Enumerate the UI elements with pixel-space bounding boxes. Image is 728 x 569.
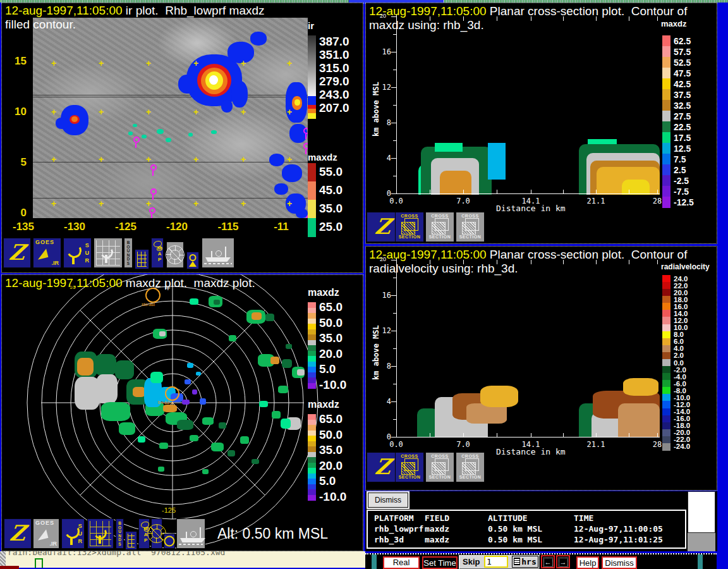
goes-button[interactable]: GOES.IR bbox=[33, 518, 59, 549]
grid-plus-icon: + bbox=[193, 199, 198, 209]
cross-section-label: SECTION bbox=[396, 235, 423, 240]
color-segment bbox=[662, 429, 670, 437]
echo-blob bbox=[219, 422, 226, 429]
z-button[interactable]: Z bbox=[3, 238, 31, 268]
grid-plus-icon: + bbox=[99, 107, 104, 117]
dish-stem bbox=[70, 537, 73, 545]
step-forward-button[interactable]: → bbox=[556, 555, 570, 568]
buoy-button[interactable] bbox=[186, 252, 199, 269]
storm-blob bbox=[142, 135, 147, 138]
color-segment bbox=[662, 282, 670, 290]
color-segment bbox=[662, 324, 670, 332]
dismiss-info-button[interactable]: Dismiss bbox=[368, 493, 408, 508]
color-segment bbox=[662, 387, 670, 395]
table-cell: 0.50 km MSL bbox=[488, 524, 542, 534]
dish-stem bbox=[99, 535, 101, 544]
colorbar-tick: 47.5 bbox=[674, 68, 691, 78]
step-back-button[interactable]: ← bbox=[541, 555, 555, 568]
colorbar-maxdz: maxdz65.050.035.020.05.0-10.0 bbox=[306, 286, 362, 396]
grid-button[interactable] bbox=[125, 531, 137, 550]
goes-button[interactable]: GOES.IR bbox=[33, 238, 61, 268]
echo-blob bbox=[228, 450, 235, 456]
colorbar-strip bbox=[662, 35, 670, 207]
cube-icon bbox=[462, 462, 476, 475]
echo-blob bbox=[101, 402, 130, 421]
griddish-button[interactable] bbox=[87, 518, 114, 549]
radar-origin-tag: b<-12-a bbox=[158, 400, 173, 405]
scrollbar-thumb[interactable] bbox=[688, 491, 715, 533]
color-segment bbox=[662, 121, 670, 133]
dismiss-bar-button[interactable]: Dismiss bbox=[602, 556, 637, 569]
cube-icon bbox=[401, 222, 415, 235]
terminal-window[interactable]: rain:beaufait:132>xdump.all 970812.1105.… bbox=[0, 551, 365, 568]
color-segment bbox=[662, 338, 670, 346]
skip-hours-input[interactable] bbox=[484, 556, 508, 568]
cross-button[interactable]: CROSSSECTION bbox=[395, 212, 424, 242]
cross-button[interactable]: CROSSSECTION bbox=[395, 452, 424, 482]
echo-blob bbox=[196, 372, 201, 376]
sur-label: S U R bbox=[85, 242, 90, 264]
marker-head bbox=[133, 137, 140, 143]
color-segment bbox=[662, 111, 670, 122]
color-segment bbox=[662, 143, 670, 154]
color-segment bbox=[308, 163, 316, 182]
echo-blob bbox=[259, 401, 268, 407]
color-segment bbox=[662, 275, 670, 283]
marker-stem bbox=[151, 214, 152, 218]
web-button[interactable] bbox=[166, 242, 184, 268]
echo-blob bbox=[272, 411, 281, 419]
cross-button[interactable]: CROSSSECTION bbox=[425, 452, 454, 482]
z-logo-icon: Z bbox=[3, 519, 33, 547]
scrollbar[interactable] bbox=[688, 491, 715, 551]
circle-button[interactable] bbox=[164, 534, 175, 549]
sur-button[interactable]: S U R bbox=[61, 518, 85, 549]
polar-web-ring bbox=[170, 250, 180, 260]
echo-blob bbox=[252, 459, 259, 464]
sur-button[interactable]: S U R bbox=[63, 238, 92, 268]
grid-plus-icon: + bbox=[241, 199, 246, 209]
echo-blob bbox=[190, 298, 198, 305]
ship-button[interactable] bbox=[202, 238, 234, 268]
color-segment bbox=[308, 383, 316, 389]
set-time-button[interactable]: Set Time bbox=[422, 556, 458, 569]
echo-blob bbox=[133, 387, 145, 397]
color-segment bbox=[662, 35, 670, 47]
ship-button[interactable] bbox=[176, 518, 205, 549]
map-button[interactable]: M A P bbox=[151, 238, 164, 268]
ship-mast bbox=[211, 251, 212, 257]
colorbar-tick: 65.0 bbox=[319, 412, 343, 426]
cross-button[interactable]: CROSSSECTION bbox=[456, 212, 485, 242]
color-segment bbox=[662, 89, 670, 101]
bounds-button[interactable]: B O U N D S bbox=[124, 238, 133, 268]
cross-button[interactable]: CROSSSECTION bbox=[456, 452, 485, 482]
circle-icon bbox=[164, 536, 175, 547]
colorbar-title: maxdz bbox=[308, 287, 339, 298]
grid-button[interactable] bbox=[135, 249, 149, 269]
cross-button[interactable]: CROSSSECTION bbox=[425, 212, 454, 242]
title-text: Planar cross-section plot. Contour of bbox=[487, 248, 688, 261]
color-segment bbox=[662, 408, 670, 416]
cross-section-label: SECTION bbox=[426, 475, 454, 480]
storm-blob bbox=[294, 99, 300, 106]
satellite-dish-icon bbox=[36, 529, 49, 541]
help-button[interactable]: Help bbox=[576, 556, 599, 569]
real-time-button[interactable]: Real Time bbox=[383, 556, 420, 569]
title-text: Planar cross-section plot. Contour of bbox=[487, 4, 688, 18]
bounds-button[interactable]: B O U N D S bbox=[116, 518, 124, 549]
color-segment bbox=[662, 154, 670, 165]
cross-section-label: SECTION bbox=[396, 475, 423, 480]
color-segment bbox=[308, 200, 316, 219]
left-arrow-icon: ← bbox=[543, 558, 553, 567]
colorbar-tick: -10.0 bbox=[319, 490, 346, 504]
griddish-button[interactable] bbox=[94, 238, 123, 268]
web-button[interactable] bbox=[151, 518, 162, 549]
colorbar-maxdz: maxdz55.045.035.025.0 bbox=[306, 150, 362, 245]
z-button[interactable]: Z bbox=[4, 518, 32, 549]
storm-blob bbox=[209, 75, 218, 85]
radar-origin-circle-icon bbox=[165, 386, 179, 401]
hours-units-button[interactable]: hrs bbox=[512, 556, 538, 568]
ship-wheel bbox=[215, 250, 222, 257]
table-header: ALTITUDE bbox=[488, 513, 528, 523]
color-segment bbox=[662, 317, 670, 324]
document-icon bbox=[514, 558, 520, 565]
